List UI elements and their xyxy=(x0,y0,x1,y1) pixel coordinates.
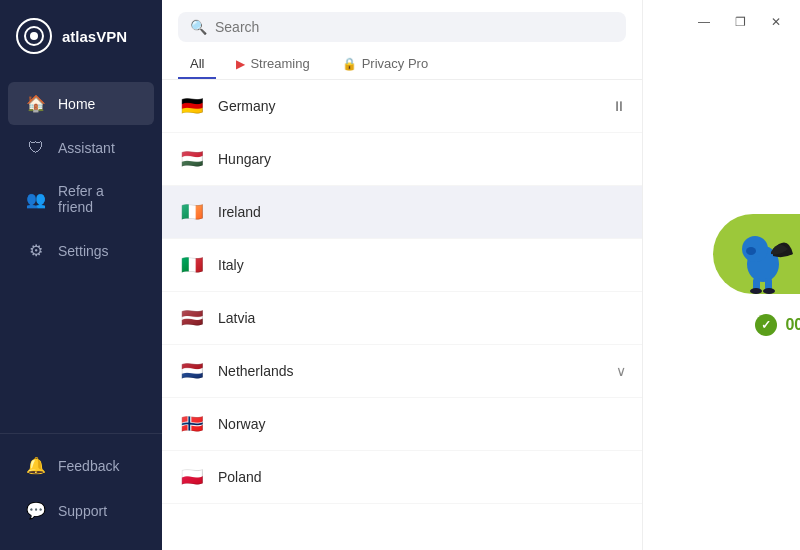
sidebar-item-refer[interactable]: 👥 Refer a friend xyxy=(8,171,154,227)
country-name-hungary: Hungary xyxy=(218,151,626,167)
svg-point-7 xyxy=(750,288,762,294)
svg-point-8 xyxy=(763,288,775,294)
flag-norway: 🇳🇴 xyxy=(178,410,206,438)
flag-hungary: 🇭🇺 xyxy=(178,145,206,173)
logo-icon xyxy=(16,18,52,54)
maximize-button[interactable]: ❐ xyxy=(724,11,756,33)
home-icon: 🏠 xyxy=(26,94,46,113)
svg-point-1 xyxy=(30,32,38,40)
assistant-icon: 🛡 xyxy=(26,139,46,157)
country-name-poland: Poland xyxy=(218,469,626,485)
privacy-pro-icon: 🔒 xyxy=(342,57,357,71)
sidebar-item-label-refer: Refer a friend xyxy=(58,183,136,215)
flag-poland: 🇵🇱 xyxy=(178,463,206,491)
sidebar-item-feedback[interactable]: 🔔 Feedback xyxy=(8,444,154,487)
streaming-icon: ▶ xyxy=(236,57,245,71)
svg-point-4 xyxy=(746,247,756,255)
country-item-netherlands[interactable]: 🇳🇱 Netherlands ∨ xyxy=(162,345,642,398)
country-item-germany[interactable]: 🇩🇪 Germany ⏸ xyxy=(162,80,642,133)
flag-ireland: 🇮🇪 xyxy=(178,198,206,226)
vpn-toggle[interactable]: « xyxy=(713,214,801,294)
expand-icon-netherlands: ∨ xyxy=(616,363,626,379)
tab-streaming[interactable]: ▶ Streaming xyxy=(224,50,321,79)
country-item-italy[interactable]: 🇮🇹 Italy xyxy=(162,239,642,292)
country-list: 🇩🇪 Germany ⏸ 🇭🇺 Hungary 🇮🇪 Ireland xyxy=(162,80,642,550)
mascot-image xyxy=(723,214,801,294)
close-button[interactable]: ✕ xyxy=(760,11,792,33)
sidebar-item-home[interactable]: 🏠 Home xyxy=(8,82,154,125)
tab-privacy-pro[interactable]: 🔒 Privacy Pro xyxy=(330,50,440,79)
sidebar-item-assistant[interactable]: 🛡 Assistant xyxy=(8,127,154,169)
minimize-button[interactable]: — xyxy=(688,11,720,33)
flag-italy: 🇮🇹 xyxy=(178,251,206,279)
pause-icon-germany: ⏸ xyxy=(612,98,626,114)
sidebar-item-support[interactable]: 💬 Support xyxy=(8,489,154,532)
country-item-poland[interactable]: 🇵🇱 Poland xyxy=(162,451,642,504)
sidebar-logo: atlasVPN xyxy=(0,0,162,72)
refer-icon: 👥 xyxy=(26,190,46,209)
settings-icon: ⚙ xyxy=(26,241,46,260)
vpn-timer: 00:00:01 xyxy=(785,316,800,334)
country-name-norway: Norway xyxy=(218,416,626,432)
feedback-icon: 🔔 xyxy=(26,456,46,475)
country-name-latvia: Latvia xyxy=(218,310,626,326)
sidebar: atlasVPN 🏠 Home 🛡 Assistant 👥 Refer a fr… xyxy=(0,0,162,550)
list-panel: 🔍 All ▶ Streaming 🔒 Privacy xyxy=(162,0,642,550)
content-row: 🔍 All ▶ Streaming 🔒 Privacy xyxy=(162,0,800,550)
country-name-italy: Italy xyxy=(218,257,626,273)
vpn-status: ✓ 00:00:01 xyxy=(755,314,800,336)
sidebar-bottom: 🔔 Feedback 💬 Support xyxy=(0,433,162,550)
sidebar-item-settings[interactable]: ⚙ Settings xyxy=(8,229,154,272)
right-panel: « ✓ 00:00:01 xyxy=(642,0,800,550)
support-icon: 💬 xyxy=(26,501,46,520)
app-container: atlasVPN 🏠 Home 🛡 Assistant 👥 Refer a fr… xyxy=(0,0,800,550)
tab-privacy-pro-label: Privacy Pro xyxy=(362,56,428,71)
flag-germany: 🇩🇪 xyxy=(178,92,206,120)
vpn-toggle-area: « ✓ 00:00:01 xyxy=(713,214,801,336)
main-area: — ❐ ✕ 🔍 All ▶ xyxy=(162,0,800,550)
title-bar: — ❐ ✕ xyxy=(160,0,800,44)
country-name-ireland: Ireland xyxy=(218,204,626,220)
country-item-hungary[interactable]: 🇭🇺 Hungary xyxy=(162,133,642,186)
sidebar-nav: 🏠 Home 🛡 Assistant 👥 Refer a friend ⚙ Se… xyxy=(0,72,162,433)
status-check-icon: ✓ xyxy=(755,314,777,336)
filter-tabs: All ▶ Streaming 🔒 Privacy Pro xyxy=(178,42,626,79)
logo-text: atlasVPN xyxy=(62,28,127,45)
tab-streaming-label: Streaming xyxy=(250,56,309,71)
flag-latvia: 🇱🇻 xyxy=(178,304,206,332)
sidebar-item-label-assistant: Assistant xyxy=(58,140,115,156)
sidebar-item-label-home: Home xyxy=(58,96,95,112)
sidebar-item-label-settings: Settings xyxy=(58,243,109,259)
country-item-ireland[interactable]: 🇮🇪 Ireland xyxy=(162,186,642,239)
sidebar-item-label-feedback: Feedback xyxy=(58,458,119,474)
country-item-latvia[interactable]: 🇱🇻 Latvia xyxy=(162,292,642,345)
tab-all[interactable]: All xyxy=(178,50,216,79)
flag-netherlands: 🇳🇱 xyxy=(178,357,206,385)
tab-all-label: All xyxy=(190,56,204,71)
country-name-germany: Germany xyxy=(218,98,600,114)
country-name-netherlands: Netherlands xyxy=(218,363,604,379)
country-item-norway[interactable]: 🇳🇴 Norway xyxy=(162,398,642,451)
sidebar-item-label-support: Support xyxy=(58,503,107,519)
